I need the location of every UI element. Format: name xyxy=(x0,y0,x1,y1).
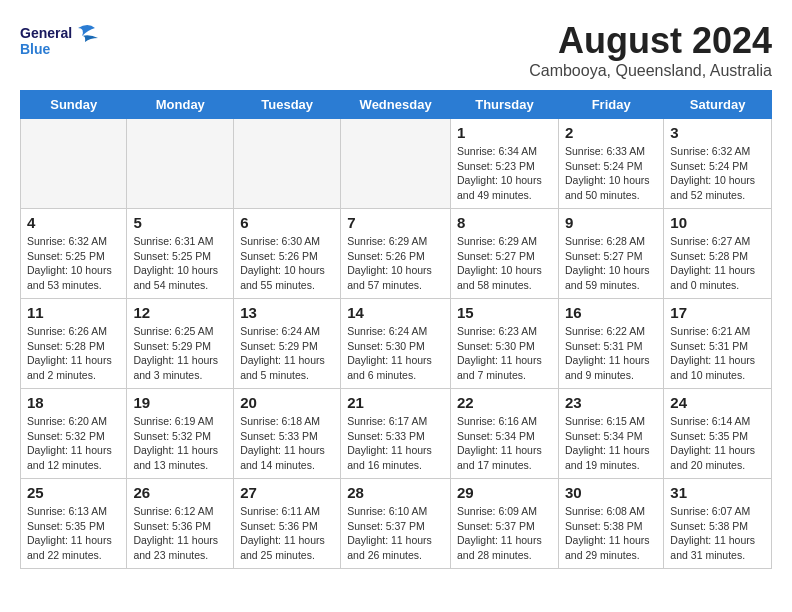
day-number: 8 xyxy=(457,214,552,231)
day-number: 27 xyxy=(240,484,334,501)
day-number: 6 xyxy=(240,214,334,231)
day-number: 17 xyxy=(670,304,765,321)
calendar-cell: 28Sunrise: 6:10 AM Sunset: 5:37 PM Dayli… xyxy=(341,479,451,569)
day-number: 2 xyxy=(565,124,657,141)
cell-daylight-text: Sunrise: 6:34 AM Sunset: 5:23 PM Dayligh… xyxy=(457,144,552,203)
calendar-cell: 29Sunrise: 6:09 AM Sunset: 5:37 PM Dayli… xyxy=(451,479,559,569)
calendar-cell: 16Sunrise: 6:22 AM Sunset: 5:31 PM Dayli… xyxy=(558,299,663,389)
cell-daylight-text: Sunrise: 6:10 AM Sunset: 5:37 PM Dayligh… xyxy=(347,504,444,563)
calendar-cell: 30Sunrise: 6:08 AM Sunset: 5:38 PM Dayli… xyxy=(558,479,663,569)
calendar-cell: 10Sunrise: 6:27 AM Sunset: 5:28 PM Dayli… xyxy=(664,209,772,299)
day-header-saturday: Saturday xyxy=(664,91,772,119)
calendar-cell: 21Sunrise: 6:17 AM Sunset: 5:33 PM Dayli… xyxy=(341,389,451,479)
calendar-cell: 6Sunrise: 6:30 AM Sunset: 5:26 PM Daylig… xyxy=(234,209,341,299)
day-number: 9 xyxy=(565,214,657,231)
day-number: 1 xyxy=(457,124,552,141)
cell-daylight-text: Sunrise: 6:20 AM Sunset: 5:32 PM Dayligh… xyxy=(27,414,120,473)
calendar-cell: 1Sunrise: 6:34 AM Sunset: 5:23 PM Daylig… xyxy=(451,119,559,209)
calendar-week-1: 1Sunrise: 6:34 AM Sunset: 5:23 PM Daylig… xyxy=(21,119,772,209)
day-number: 31 xyxy=(670,484,765,501)
month-title: August 2024 xyxy=(529,20,772,62)
calendar-cell xyxy=(341,119,451,209)
day-number: 3 xyxy=(670,124,765,141)
day-number: 18 xyxy=(27,394,120,411)
calendar-cell: 8Sunrise: 6:29 AM Sunset: 5:27 PM Daylig… xyxy=(451,209,559,299)
cell-daylight-text: Sunrise: 6:14 AM Sunset: 5:35 PM Dayligh… xyxy=(670,414,765,473)
day-number: 19 xyxy=(133,394,227,411)
cell-daylight-text: Sunrise: 6:30 AM Sunset: 5:26 PM Dayligh… xyxy=(240,234,334,293)
day-header-friday: Friday xyxy=(558,91,663,119)
day-number: 29 xyxy=(457,484,552,501)
cell-daylight-text: Sunrise: 6:11 AM Sunset: 5:36 PM Dayligh… xyxy=(240,504,334,563)
calendar-cell: 20Sunrise: 6:18 AM Sunset: 5:33 PM Dayli… xyxy=(234,389,341,479)
day-number: 4 xyxy=(27,214,120,231)
calendar-cell: 15Sunrise: 6:23 AM Sunset: 5:30 PM Dayli… xyxy=(451,299,559,389)
cell-daylight-text: Sunrise: 6:29 AM Sunset: 5:27 PM Dayligh… xyxy=(457,234,552,293)
cell-daylight-text: Sunrise: 6:24 AM Sunset: 5:29 PM Dayligh… xyxy=(240,324,334,383)
title-block: August 2024 Cambooya, Queensland, Austra… xyxy=(529,20,772,80)
cell-daylight-text: Sunrise: 6:22 AM Sunset: 5:31 PM Dayligh… xyxy=(565,324,657,383)
cell-daylight-text: Sunrise: 6:29 AM Sunset: 5:26 PM Dayligh… xyxy=(347,234,444,293)
cell-daylight-text: Sunrise: 6:21 AM Sunset: 5:31 PM Dayligh… xyxy=(670,324,765,383)
logo-icon: General Blue xyxy=(20,20,100,65)
calendar-table: SundayMondayTuesdayWednesdayThursdayFrid… xyxy=(20,90,772,569)
cell-daylight-text: Sunrise: 6:07 AM Sunset: 5:38 PM Dayligh… xyxy=(670,504,765,563)
header: General Blue August 2024 Cambooya, Queen… xyxy=(20,20,772,80)
day-header-thursday: Thursday xyxy=(451,91,559,119)
location-title: Cambooya, Queensland, Australia xyxy=(529,62,772,80)
calendar-week-5: 25Sunrise: 6:13 AM Sunset: 5:35 PM Dayli… xyxy=(21,479,772,569)
day-number: 5 xyxy=(133,214,227,231)
cell-daylight-text: Sunrise: 6:27 AM Sunset: 5:28 PM Dayligh… xyxy=(670,234,765,293)
calendar-cell: 12Sunrise: 6:25 AM Sunset: 5:29 PM Dayli… xyxy=(127,299,234,389)
cell-daylight-text: Sunrise: 6:23 AM Sunset: 5:30 PM Dayligh… xyxy=(457,324,552,383)
calendar-cell: 27Sunrise: 6:11 AM Sunset: 5:36 PM Dayli… xyxy=(234,479,341,569)
cell-daylight-text: Sunrise: 6:16 AM Sunset: 5:34 PM Dayligh… xyxy=(457,414,552,473)
cell-daylight-text: Sunrise: 6:24 AM Sunset: 5:30 PM Dayligh… xyxy=(347,324,444,383)
day-number: 15 xyxy=(457,304,552,321)
cell-daylight-text: Sunrise: 6:28 AM Sunset: 5:27 PM Dayligh… xyxy=(565,234,657,293)
day-header-tuesday: Tuesday xyxy=(234,91,341,119)
day-number: 23 xyxy=(565,394,657,411)
calendar-cell: 7Sunrise: 6:29 AM Sunset: 5:26 PM Daylig… xyxy=(341,209,451,299)
calendar-week-2: 4Sunrise: 6:32 AM Sunset: 5:25 PM Daylig… xyxy=(21,209,772,299)
calendar-cell: 3Sunrise: 6:32 AM Sunset: 5:24 PM Daylig… xyxy=(664,119,772,209)
day-header-wednesday: Wednesday xyxy=(341,91,451,119)
calendar-cell: 26Sunrise: 6:12 AM Sunset: 5:36 PM Dayli… xyxy=(127,479,234,569)
calendar-cell xyxy=(127,119,234,209)
calendar-cell: 4Sunrise: 6:32 AM Sunset: 5:25 PM Daylig… xyxy=(21,209,127,299)
calendar-cell: 25Sunrise: 6:13 AM Sunset: 5:35 PM Dayli… xyxy=(21,479,127,569)
calendar-week-4: 18Sunrise: 6:20 AM Sunset: 5:32 PM Dayli… xyxy=(21,389,772,479)
day-number: 22 xyxy=(457,394,552,411)
calendar-cell: 19Sunrise: 6:19 AM Sunset: 5:32 PM Dayli… xyxy=(127,389,234,479)
day-number: 20 xyxy=(240,394,334,411)
calendar-week-3: 11Sunrise: 6:26 AM Sunset: 5:28 PM Dayli… xyxy=(21,299,772,389)
day-number: 28 xyxy=(347,484,444,501)
day-number: 24 xyxy=(670,394,765,411)
cell-daylight-text: Sunrise: 6:32 AM Sunset: 5:24 PM Dayligh… xyxy=(670,144,765,203)
cell-daylight-text: Sunrise: 6:26 AM Sunset: 5:28 PM Dayligh… xyxy=(27,324,120,383)
day-number: 26 xyxy=(133,484,227,501)
calendar-cell: 23Sunrise: 6:15 AM Sunset: 5:34 PM Dayli… xyxy=(558,389,663,479)
day-number: 13 xyxy=(240,304,334,321)
day-number: 7 xyxy=(347,214,444,231)
calendar-cell: 9Sunrise: 6:28 AM Sunset: 5:27 PM Daylig… xyxy=(558,209,663,299)
cell-daylight-text: Sunrise: 6:12 AM Sunset: 5:36 PM Dayligh… xyxy=(133,504,227,563)
calendar-header-row: SundayMondayTuesdayWednesdayThursdayFrid… xyxy=(21,91,772,119)
calendar-cell: 2Sunrise: 6:33 AM Sunset: 5:24 PM Daylig… xyxy=(558,119,663,209)
svg-text:General: General xyxy=(20,25,72,41)
calendar-cell: 24Sunrise: 6:14 AM Sunset: 5:35 PM Dayli… xyxy=(664,389,772,479)
cell-daylight-text: Sunrise: 6:08 AM Sunset: 5:38 PM Dayligh… xyxy=(565,504,657,563)
calendar-cell: 14Sunrise: 6:24 AM Sunset: 5:30 PM Dayli… xyxy=(341,299,451,389)
day-header-monday: Monday xyxy=(127,91,234,119)
cell-daylight-text: Sunrise: 6:25 AM Sunset: 5:29 PM Dayligh… xyxy=(133,324,227,383)
calendar-cell xyxy=(21,119,127,209)
svg-text:Blue: Blue xyxy=(20,41,51,57)
calendar-cell: 11Sunrise: 6:26 AM Sunset: 5:28 PM Dayli… xyxy=(21,299,127,389)
cell-daylight-text: Sunrise: 6:32 AM Sunset: 5:25 PM Dayligh… xyxy=(27,234,120,293)
cell-daylight-text: Sunrise: 6:18 AM Sunset: 5:33 PM Dayligh… xyxy=(240,414,334,473)
day-number: 16 xyxy=(565,304,657,321)
day-number: 10 xyxy=(670,214,765,231)
day-number: 25 xyxy=(27,484,120,501)
day-number: 30 xyxy=(565,484,657,501)
cell-daylight-text: Sunrise: 6:13 AM Sunset: 5:35 PM Dayligh… xyxy=(27,504,120,563)
